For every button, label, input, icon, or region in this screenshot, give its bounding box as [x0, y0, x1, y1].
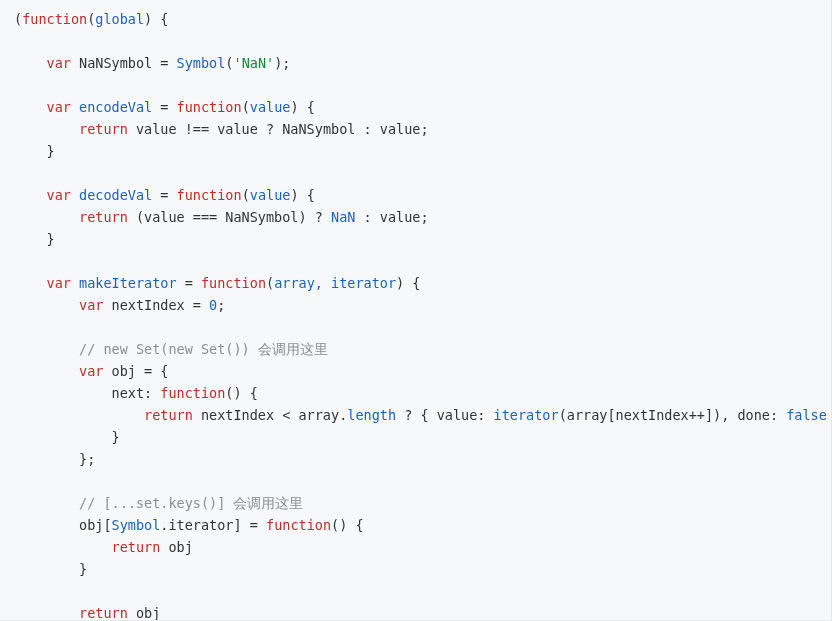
string: 'NaN' [234, 55, 275, 71]
code-line: ( [14, 11, 22, 27]
code-block: (function(global) { var NaNSymbol = Symb… [0, 0, 832, 621]
number: 0 [209, 297, 217, 313]
comment: // new Set(new Set()) 会调用这里 [79, 341, 328, 357]
keyword-var: var [47, 55, 71, 71]
comment: // [...set.keys()] 会调用这里 [79, 495, 303, 511]
ident: encodeVal [79, 99, 152, 115]
param: global [95, 11, 144, 27]
keyword-return: return [79, 121, 128, 137]
keyword-function: function [22, 11, 87, 27]
literal-nan: NaN [331, 209, 355, 225]
ident-symbol: Symbol [177, 55, 226, 71]
